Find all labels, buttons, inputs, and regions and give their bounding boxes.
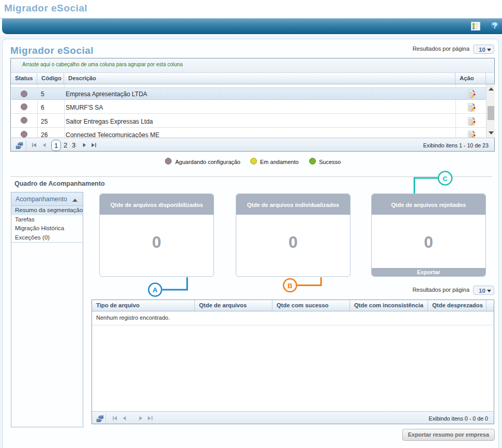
svg-text:?: ?	[493, 22, 497, 30]
svg-text:B: B	[287, 282, 292, 290]
svg-text:A: A	[153, 286, 158, 294]
svg-text:C: C	[443, 175, 448, 183]
